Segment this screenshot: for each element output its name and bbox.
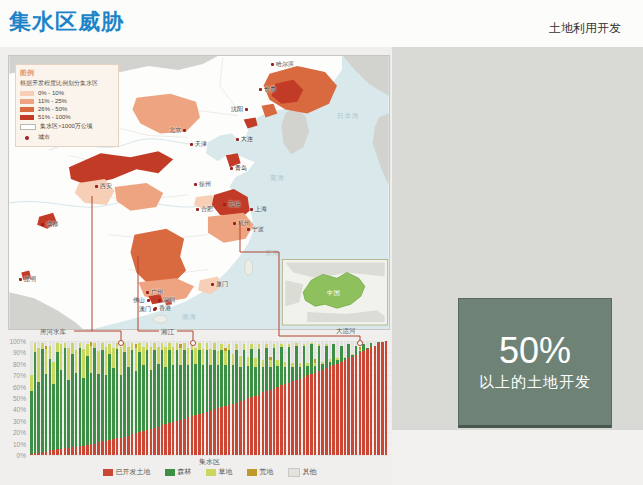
city-dot [146,291,149,294]
stacked-bar [228,341,231,455]
map-legend-item: 51% - 100% [20,114,114,120]
map-legend-items: 0% - 10%11% - 25%26% - 50%51% - 100%集水区>… [20,90,114,142]
city-dot [245,108,248,111]
y-axis-tick: 70% [0,372,26,379]
stacked-bar [172,341,175,455]
stacked-bar [377,341,380,455]
city-marker: 上海 [250,205,267,214]
stacked-bar [157,341,160,455]
stacked-bar [284,341,287,455]
stacked-bar [138,341,141,455]
city-marker: 香港 [154,304,171,313]
y-axis-tick: 90% [0,349,26,356]
y-axis-tick: 0% [0,452,26,459]
stacked-bar [150,341,153,455]
highlight-stat-box: 50% 以上的土地开发 [458,298,612,428]
stacked-bar [101,341,104,455]
map-legend-item: 0% - 10% [20,90,114,96]
stacked-bar [332,341,335,455]
sea-label: 南海 [182,313,197,322]
stacked-bar [232,341,235,455]
sea-label: 日本海 [337,112,360,121]
stacked-bar [153,341,156,455]
stacked-bar [250,341,253,455]
map-legend: 图例 根据开发程度比例划分集水区 0% - 10%11% - 25%26% - … [15,64,119,147]
stacked-bar [105,341,108,455]
y-axis-tick: 20% [0,429,26,436]
stacked-bar [108,341,111,455]
map-region-west-wing [69,151,173,185]
city-dot [250,208,253,211]
stacked-bar [187,341,190,455]
map-legend-item: 城市 [20,133,114,142]
city-dot [41,223,44,226]
stacked-bar [34,341,37,455]
city-dot [230,167,233,170]
stacked-bar [168,341,171,455]
city-marker: 宁波 [247,225,264,234]
stacked-bar [347,341,350,455]
stacked-bar [306,341,309,455]
city-dot [223,203,226,206]
stacked-bar [366,341,369,455]
stacked-bar [64,341,67,455]
header-subtitle: 土地利用开发 [549,20,621,37]
stacked-bar [86,341,89,455]
stacked-bar [41,341,44,455]
stacked-bar [220,341,223,455]
chart-x-axis-label: 集水区 [30,457,389,467]
stacked-bar [295,341,298,455]
stacked-bar [194,341,197,455]
city-dot [271,63,274,66]
stacked-bar [198,341,201,455]
stacked-bar [213,341,216,455]
stacked-bar [288,341,291,455]
stacked-bar [75,341,78,455]
city-dot [158,299,161,302]
stacked-bar [370,341,373,455]
y-axis-tick: 10% [0,441,26,448]
y-axis-tick: 30% [0,418,26,425]
stacked-bar [37,341,40,455]
chart-legend-item: 森林 [165,467,192,477]
stacked-bar [120,341,123,455]
city-marker: 天津 [190,140,207,149]
city-marker: 佛山 [133,296,150,305]
stacked-bar [340,341,343,455]
city-dot [147,299,150,302]
chart-legend-item: 其他 [288,467,317,477]
stacked-bar [276,341,279,455]
city-dot [183,129,186,132]
chart-legend: 已开发土地森林草地荒地其他 [30,467,389,477]
map-legend-item: 集水区>1000万公顷 [20,122,114,131]
y-axis-tick: 50% [0,395,26,402]
stacked-bar [179,341,182,455]
map-legend-subtitle: 根据开发程度比例划分集水区 [20,79,114,88]
stacked-bar [254,341,257,455]
city-dot [95,185,98,188]
stacked-bar [325,341,328,455]
stacked-bar [359,341,362,455]
city-marker: 哈尔滨 [271,60,294,69]
stacked-bar [97,341,100,455]
city-marker: 无锡 [223,200,240,209]
sea-label: 黄海 [270,174,285,183]
stacked-bar [344,341,347,455]
city-dot [233,222,236,225]
city-marker: 厦门 [211,280,228,289]
stacked-bar [280,341,283,455]
stacked-bar [206,341,209,455]
city-marker: 昆明 [19,275,36,284]
stacked-bar [60,341,63,455]
stacked-bar [79,341,82,455]
stacked-bar [224,341,227,455]
city-marker: 澳门 [139,305,156,314]
city-dot [259,88,262,91]
city-dot [247,228,250,231]
stacked-bar [374,341,377,455]
city-marker: 长春 [259,85,276,94]
page-title: 集水区威胁 [9,7,124,37]
stacked-bar [243,341,246,455]
city-dot [236,138,239,141]
city-marker: 沈阳 [231,105,248,114]
